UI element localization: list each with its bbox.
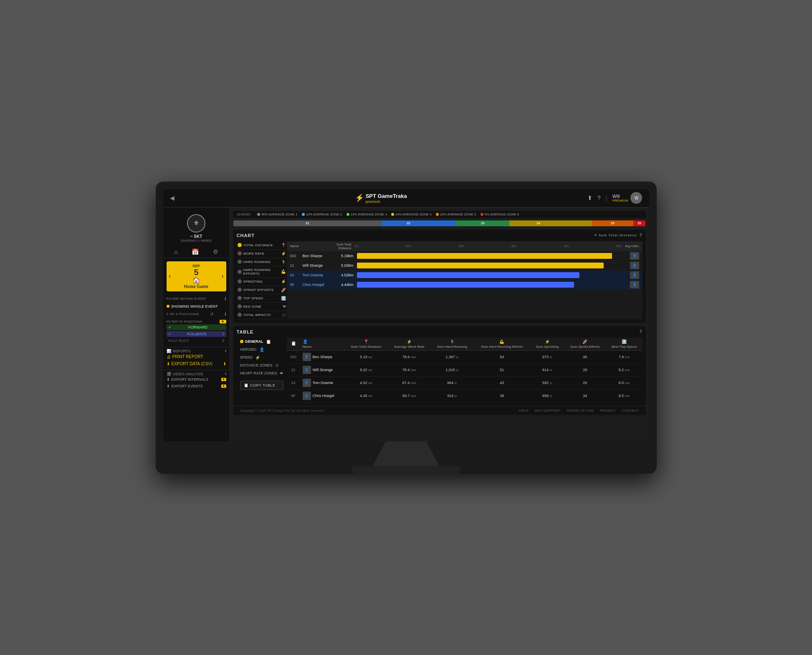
video-label: VIDEO ANALYSIS bbox=[173, 372, 203, 376]
filter-event-info[interactable]: ℹ bbox=[225, 296, 226, 301]
chart-num-000: 000 bbox=[290, 254, 303, 258]
th-dist: 📍Sum Total Distance bbox=[344, 338, 388, 351]
zone-bar-2: Z2 bbox=[382, 220, 435, 226]
monitor-base bbox=[352, 466, 460, 474]
chart-name-9f: Chris Hoegel bbox=[303, 283, 336, 287]
metric-total-impacts[interactable]: TOTAL IMPACTS ⬡ bbox=[237, 311, 287, 319]
th-num-icon: 📋 bbox=[289, 341, 298, 346]
home-nav-icon[interactable]: ⌂ bbox=[174, 248, 177, 255]
work-unit-24: /min bbox=[411, 382, 416, 384]
next-event-button[interactable]: › bbox=[222, 273, 224, 279]
metric-hard-running[interactable]: HARD RUNNING 🏃 bbox=[237, 258, 287, 266]
table-head: 📋 👤Name 📍Sum Total Distance ⚡Average Wor… bbox=[287, 338, 643, 351]
cat-general-icon: 📋 bbox=[266, 339, 271, 344]
td-sprint-eff-9f: 34 bbox=[564, 389, 606, 402]
forward-label: FORWARD bbox=[188, 325, 207, 329]
footer-link-privacy[interactable]: PRIVACY bbox=[600, 409, 616, 412]
calendar-nav-icon[interactable]: 📅 bbox=[192, 248, 199, 255]
table-info-icon[interactable]: ? bbox=[639, 329, 642, 334]
metric-sprint-efforts[interactable]: SPRINT EFFORTS 🚀 bbox=[237, 286, 287, 294]
chart-bar-area-24 bbox=[357, 271, 628, 279]
footer-link-support[interactable]: GET SUPPORT bbox=[534, 409, 561, 412]
chart-info-icon[interactable]: ? bbox=[639, 233, 642, 238]
td-sprint-9f: 658 m bbox=[530, 389, 564, 402]
export-events-button[interactable]: ⬇ EXPORT EVENTS ⬇ bbox=[167, 383, 226, 389]
td-sprint-eff-24: 26 bbox=[564, 376, 606, 389]
metric-total-distance[interactable]: TOTAL DISTANCE 📍 bbox=[237, 241, 287, 250]
player-thumb-td-24: 👤 bbox=[303, 379, 311, 387]
positions-info[interactable]: ↺ bbox=[210, 312, 213, 316]
metric-work-rate[interactable]: WORK RATE ⚡ bbox=[237, 250, 287, 258]
footer-link-contact[interactable]: CONTACT bbox=[622, 409, 639, 412]
zone-1: 46% AVERAGE ZONE 1 bbox=[257, 212, 298, 216]
metric-hard-running-efforts[interactable]: HARD RUNNING EFFORTS 💪 bbox=[237, 266, 287, 278]
chart-bar-area-21 bbox=[357, 262, 628, 269]
sidebar-toggle-icon[interactable]: ◀ bbox=[170, 195, 175, 201]
zone-bar-4c bbox=[588, 220, 592, 226]
sprint-unit-21: m bbox=[550, 369, 552, 372]
td-hard-run-24: 864 m bbox=[431, 376, 473, 389]
logo-premium: premium bbox=[366, 200, 407, 204]
copy-table-button[interactable]: 📋 COPY TABLE bbox=[240, 381, 283, 390]
export-events-icon: ⬇ bbox=[167, 384, 170, 388]
whole-event-label: SHOWING WHOLE EVENT bbox=[171, 304, 218, 309]
zone-4: 14% AVERAGE ZONE 4 bbox=[391, 212, 432, 216]
upload-icon[interactable]: ⬆ bbox=[587, 195, 592, 201]
zone-bar-3: Z3 bbox=[456, 220, 509, 226]
sidebar: ⚜ ~ SKT DIVISION 1 / MIXED ⌂ 📅 ⚙ SEP ‹ bbox=[163, 207, 230, 441]
avatar[interactable]: W bbox=[630, 192, 642, 204]
export-intervals-button[interactable]: ⬇ EXPORT INTERVALS ⬇ bbox=[167, 376, 226, 383]
copy-icon: 📋 bbox=[244, 383, 249, 387]
metric-red-zone[interactable]: RED ZONE ❤ bbox=[237, 303, 287, 311]
reports-info[interactable]: ℹ bbox=[225, 349, 226, 353]
export-csv-icon: ⬇ bbox=[167, 362, 170, 366]
metric-label-sprint-efforts: SPRINT EFFORTS bbox=[243, 288, 274, 292]
chart-scale: 0m 1km 2km 3km 4km 5km bbox=[355, 245, 622, 248]
td-sprint-000: 973 m bbox=[530, 350, 564, 363]
reports-header[interactable]: 📊 REPORTS ℹ bbox=[167, 349, 226, 353]
top-bar: ◀ ⚡ SPT GameTraka premium ⬆ ? | Will PRE… bbox=[163, 189, 649, 207]
cat-heart-rate[interactable]: HEART RATE ZONES ❤ bbox=[237, 369, 287, 377]
top-bar-left: ◀ bbox=[170, 195, 175, 201]
event-type-icon: 🏠 bbox=[192, 276, 200, 284]
cat-aerobic[interactable]: AEROBIC 👤 bbox=[237, 346, 287, 354]
showing-whole-event[interactable]: SHOWING WHOLE EVENT bbox=[163, 303, 230, 310]
export-intervals-label: EXPORT INTERVALS bbox=[172, 377, 208, 382]
chart-bar-24 bbox=[357, 272, 579, 278]
footer-link-help[interactable]: HELP bbox=[519, 409, 529, 412]
hard-run-unit-21: m bbox=[456, 369, 459, 372]
chart-bar-21 bbox=[357, 263, 604, 268]
footer-link-terms[interactable]: TERMS OF USE bbox=[567, 409, 594, 412]
zone-1-dot bbox=[257, 213, 260, 216]
metric-icon-sprinting: ⚡ bbox=[281, 279, 286, 284]
position-item-forward[interactable]: ✓ FORWARD bbox=[167, 324, 226, 330]
td-name-000: 👤 Ben Sharpe bbox=[300, 350, 345, 363]
player-cell-000: 👤 Ben Sharpe bbox=[303, 353, 342, 361]
zone-4-dot bbox=[391, 213, 394, 216]
metric-top-speed[interactable]: TOP SPEED 🔝 bbox=[237, 294, 287, 303]
prev-event-button[interactable]: ‹ bbox=[169, 273, 171, 279]
th-num: 📋 bbox=[287, 338, 300, 351]
cat-speed[interactable]: SPEED ⚡ bbox=[237, 354, 287, 362]
video-info[interactable]: ℹ bbox=[225, 372, 226, 376]
metric-sprinting[interactable]: SPRINTING ⚡ bbox=[237, 278, 287, 286]
export-csv-button[interactable]: ⬇ EXPORT DATA (CSV) ⬇ bbox=[167, 360, 226, 367]
sidebar-team-area: ⚜ ~ SKT DIVISION 1 / MIXED bbox=[163, 211, 230, 246]
chart-col-dist: Sum TotalDistance bbox=[332, 243, 355, 250]
chart-dist-21: 5.02km bbox=[336, 263, 357, 268]
print-report-button[interactable]: 🖨 PRINT REPORT bbox=[167, 353, 226, 360]
cat-aerobic-icon: 👤 bbox=[259, 347, 264, 352]
cat-distance-zones[interactable]: DISTANCE ZONES ↺ bbox=[237, 362, 287, 369]
cat-general[interactable]: GENERAL 📋 bbox=[237, 338, 287, 346]
positions-refresh[interactable]: ℹ bbox=[225, 312, 226, 316]
zone-6-label: 5% AVERAGE ZONE 6 bbox=[485, 212, 519, 216]
dist-unit-24: km bbox=[368, 382, 372, 384]
settings-nav-icon[interactable]: ⚙ bbox=[213, 248, 218, 255]
position-item-halfback[interactable]: HALF BACK 2 bbox=[167, 338, 226, 344]
dist-unit-9f: km bbox=[368, 395, 372, 397]
position-item-fullback[interactable]: ✓ FULLBACK 2 bbox=[167, 331, 226, 337]
cat-aerobic-label: AEROBIC bbox=[240, 347, 257, 352]
hard-run-unit-24: m bbox=[455, 382, 457, 384]
help-icon[interactable]: ? bbox=[597, 195, 601, 201]
zone-bar-1: Z1 bbox=[233, 220, 382, 226]
